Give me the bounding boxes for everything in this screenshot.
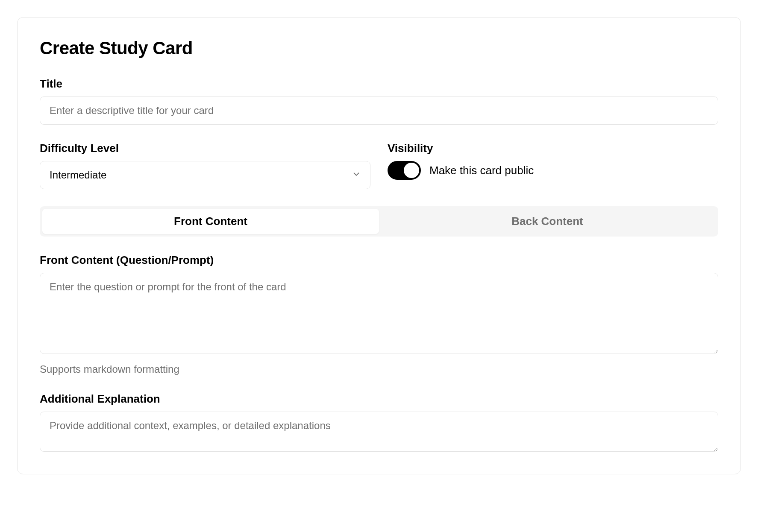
visibility-toggle-label: Make this card public <box>429 164 534 177</box>
title-label: Title <box>40 77 718 91</box>
create-card-panel: Create Study Card Title Difficulty Level… <box>17 17 741 474</box>
content-tabs: Front Content Back Content <box>40 206 718 237</box>
front-content-textarea[interactable] <box>40 273 718 354</box>
toggle-knob <box>404 163 419 178</box>
explanation-label: Additional Explanation <box>40 392 718 406</box>
front-content-label: Front Content (Question/Prompt) <box>40 254 718 267</box>
tab-front-content[interactable]: Front Content <box>42 209 379 234</box>
title-input[interactable] <box>40 96 718 125</box>
explanation-textarea[interactable] <box>40 412 718 452</box>
visibility-label: Visibility <box>388 142 718 155</box>
visibility-toggle[interactable] <box>388 161 421 180</box>
front-content-hint: Supports markdown formatting <box>40 363 718 375</box>
difficulty-label: Difficulty Level <box>40 142 370 155</box>
page-title: Create Study Card <box>40 38 718 58</box>
tab-back-content[interactable]: Back Content <box>379 209 716 234</box>
difficulty-select[interactable]: Intermediate <box>40 161 370 189</box>
